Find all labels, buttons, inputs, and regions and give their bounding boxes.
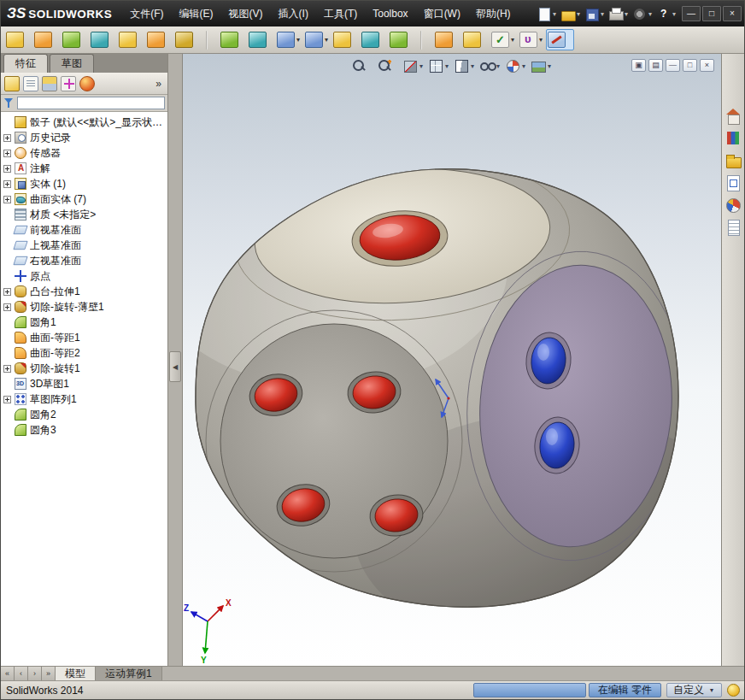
configurationmanager-icon[interactable] xyxy=(42,76,57,91)
quick-tips-icon[interactable] xyxy=(727,684,740,697)
dimxpertmanager-icon[interactable] xyxy=(61,76,76,91)
linear-pattern-icon[interactable]: ▾ xyxy=(275,29,303,50)
heads-up-button[interactable]: ▾ xyxy=(479,58,502,74)
revolved-boss-icon[interactable]: ▾ xyxy=(32,29,61,50)
check-feature-icon[interactable]: ▾ xyxy=(490,29,518,50)
dropdown-arrow-icon[interactable]: ▾ xyxy=(599,10,606,18)
spline-tool-icon[interactable]: ▾ xyxy=(518,29,546,50)
tree-item[interactable]: 历史记录 xyxy=(1,130,167,145)
heads-up-button[interactable]: ▾ xyxy=(454,58,476,74)
quick-access-button[interactable]: ▾ xyxy=(655,8,679,21)
file-explorer-icon[interactable] xyxy=(724,153,742,168)
dice-body[interactable] xyxy=(183,146,721,652)
expand-plus-icon[interactable] xyxy=(3,303,11,311)
dropdown-arrow-icon[interactable]: ▾ xyxy=(647,10,654,18)
tab-motion-study-1[interactable]: 运动算例1 xyxy=(96,667,162,680)
tree-item[interactable]: 原点 xyxy=(1,268,167,284)
extruded-cut-icon[interactable]: ▾ xyxy=(117,29,145,50)
tree-item[interactable]: 圆角2 xyxy=(1,407,167,422)
tree-item[interactable]: 上视基准面 xyxy=(1,238,167,253)
menu-file[interactable]: 文件(F) xyxy=(122,1,171,26)
tab-scroll-prev-button[interactable]: ‹ xyxy=(15,667,28,680)
menu-help[interactable]: 帮助(H) xyxy=(468,1,519,26)
dropdown-arrow-icon[interactable]: ▾ xyxy=(546,62,553,70)
expand-plus-icon[interactable] xyxy=(3,196,11,203)
heads-up-button[interactable]: ▾ xyxy=(402,58,425,74)
featuremanager-tree-icon[interactable] xyxy=(4,76,20,91)
dropdown-arrow-icon[interactable]: ▾ xyxy=(418,62,425,70)
tree-item[interactable]: 右视基准面 xyxy=(1,253,167,268)
doc-close-button[interactable]: × xyxy=(700,59,714,72)
tree-filter-input[interactable] xyxy=(17,97,165,109)
tree-item[interactable]: 圆角1 xyxy=(1,315,167,330)
dropdown-arrow-icon[interactable]: ▾ xyxy=(671,10,678,18)
revolved-cut-icon[interactable]: ▾ xyxy=(173,29,202,50)
solidworks-resources-icon[interactable] xyxy=(724,109,742,124)
heads-up-button[interactable]: ▾ xyxy=(351,58,373,74)
dropdown-arrow-icon[interactable]: ▾ xyxy=(551,10,558,18)
propertymanager-icon[interactable] xyxy=(23,76,38,91)
toolbar-separator[interactable]: ▾ xyxy=(202,28,219,52)
design-library-icon[interactable] xyxy=(724,131,742,146)
displaymanager-icon[interactable] xyxy=(79,76,95,91)
tree-item[interactable]: 草图阵列1 xyxy=(1,391,167,407)
app-close-button[interactable]: × xyxy=(723,6,742,21)
tab-model[interactable]: 模型 xyxy=(56,667,96,680)
doc-window-cascade-button[interactable]: ▤ xyxy=(648,59,663,72)
dropdown-arrow-icon[interactable]: ▾ xyxy=(469,62,476,70)
appearances-icon[interactable] xyxy=(724,197,742,213)
tab-scroll-first-button[interactable]: « xyxy=(1,667,15,680)
tree-item[interactable]: 3D草图1 xyxy=(1,376,167,391)
expand-plus-icon[interactable] xyxy=(3,180,11,188)
heads-up-button[interactable]: ▾ xyxy=(377,58,399,74)
dropdown-arrow-icon[interactable]: ▾ xyxy=(623,10,630,18)
dropdown-arrow-icon[interactable]: ▾ xyxy=(537,36,544,44)
tree-item[interactable]: 传感器 xyxy=(1,145,167,161)
tree-item[interactable]: 骰子 (默认<<默认>_显示状态 1 xyxy=(1,115,167,130)
menu-tools[interactable]: 工具(T) xyxy=(316,1,365,26)
tree-item[interactable]: 曲面-等距2 xyxy=(1,345,167,361)
graphics-area[interactable]: X Z Y ▾ ▾ xyxy=(183,54,721,666)
tab-features[interactable]: 特征 xyxy=(3,54,48,73)
lofted-boss-icon[interactable]: ▾ xyxy=(89,29,117,50)
tree-item[interactable]: 圆角3 xyxy=(1,422,167,438)
quick-access-button[interactable]: ▾ xyxy=(560,8,584,21)
dropdown-arrow-icon[interactable]: ▾ xyxy=(575,10,582,18)
tree-item[interactable]: 切除-旋转-薄壁1 xyxy=(1,299,167,315)
dropdown-arrow-icon[interactable]: ▾ xyxy=(708,686,715,694)
menu-insert[interactable]: 插入(I) xyxy=(271,1,316,26)
dropdown-arrow-icon[interactable]: ▾ xyxy=(443,62,450,70)
tree-item[interactable]: 实体 (1) xyxy=(1,176,167,191)
dice-face-front[interactable] xyxy=(220,324,448,558)
tree-item[interactable]: 曲面-等距1 xyxy=(1,330,167,345)
expand-plus-icon[interactable] xyxy=(3,165,11,173)
wrap-icon[interactable]: ▾ xyxy=(433,29,461,50)
dome-icon[interactable]: ▾ xyxy=(461,29,490,50)
tab-scroll-last-button[interactable]: » xyxy=(42,667,56,680)
expand-plus-icon[interactable] xyxy=(3,150,11,157)
app-restore-button[interactable]: □ xyxy=(702,6,721,21)
tree-item[interactable]: 前视基准面 xyxy=(1,222,167,238)
app-minimize-button[interactable]: — xyxy=(682,6,701,21)
dropdown-arrow-icon[interactable]: ▾ xyxy=(509,36,516,44)
heads-up-button[interactable]: ▾ xyxy=(505,58,527,74)
menu-toolbox[interactable]: Toolbox xyxy=(365,1,415,26)
menu-window[interactable]: 窗口(W) xyxy=(416,1,468,26)
panel-splitter[interactable]: ◀ xyxy=(168,54,183,666)
quick-access-button[interactable]: ▾ xyxy=(631,8,655,21)
panel-collapse-button[interactable]: ◀ xyxy=(169,351,181,382)
tree-item[interactable]: 材质 <未指定> xyxy=(1,207,167,222)
doc-window-tile-button[interactable]: ▣ xyxy=(631,59,646,72)
chamfer-tool-icon[interactable]: ▾ xyxy=(247,29,275,50)
fillet-tool-icon[interactable]: ▾ xyxy=(219,29,247,50)
quick-access-button[interactable]: ▾ xyxy=(607,8,631,21)
tree-item[interactable]: 注解 xyxy=(1,161,167,176)
dropdown-arrow-icon[interactable]: ▾ xyxy=(295,36,302,44)
custom-dropdown[interactable]: 自定义 ▾ xyxy=(666,683,722,697)
draft-icon[interactable]: ▾ xyxy=(388,29,416,50)
heads-up-button[interactable]: ▾ xyxy=(428,58,450,74)
menu-edit[interactable]: 编辑(E) xyxy=(172,1,221,26)
hole-wizard-icon[interactable]: ▾ xyxy=(145,29,173,50)
dropdown-arrow-icon[interactable]: ▾ xyxy=(323,36,330,44)
doc-minimize-button[interactable]: — xyxy=(666,59,680,72)
